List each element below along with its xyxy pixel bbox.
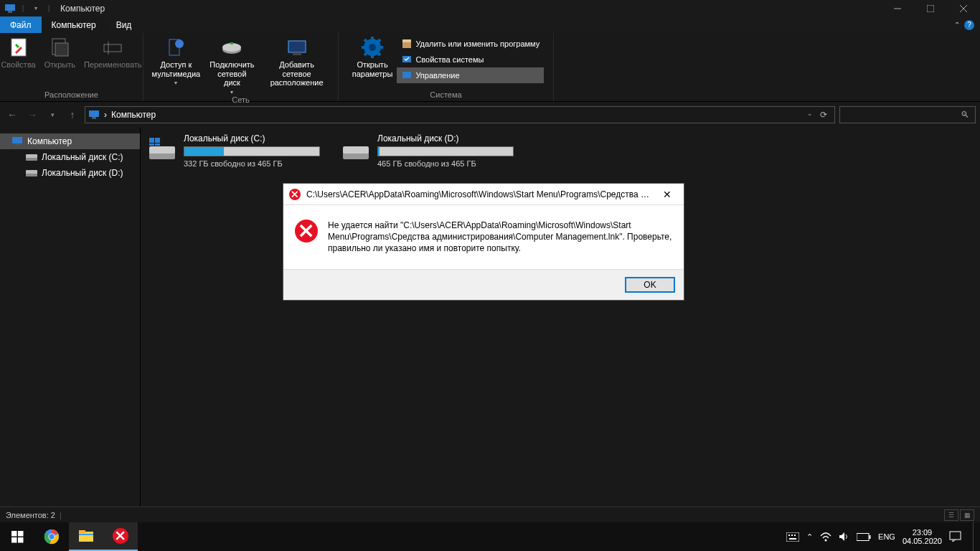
svg-point-61 [49, 534, 54, 539]
sidebar-label: Локальный диск (D:) [42, 168, 123, 178]
dialog-message: Не удается найти "C:\Users\ACER\AppData\… [328, 220, 672, 255]
taskbar-error[interactable] [103, 522, 138, 551]
error-icon [289, 189, 301, 200]
svg-rect-43 [149, 146, 175, 154]
svg-rect-8 [55, 43, 68, 56]
show-desktop[interactable] [973, 522, 977, 551]
svg-line-28 [364, 52, 367, 55]
svg-rect-35 [92, 117, 96, 119]
box-icon [401, 38, 413, 50]
chevron-down-icon: ▾ [174, 80, 177, 86]
open-button[interactable]: Открыть [40, 33, 80, 70]
status-items: Элементов: 2 [6, 511, 55, 519]
svg-rect-57 [18, 537, 24, 543]
drive-item[interactable]: Локальный диск (C:) 332 ГБ свободно из 4… [148, 133, 320, 168]
search-input[interactable]: 🔍︎ [839, 106, 976, 123]
ribbon-collapse-icon[interactable]: ⌃ [954, 21, 960, 29]
address-bar[interactable]: › Компьютер ⌄ ⟳ [85, 106, 835, 123]
svg-rect-9 [104, 44, 121, 52]
group-network-label: Сеть [232, 95, 249, 105]
dropdown-icon[interactable]: ⌄ [807, 110, 813, 120]
sidebar-label: Компьютер [27, 136, 72, 146]
svg-rect-18 [293, 52, 301, 55]
open-settings-button[interactable]: Открыть параметры [348, 33, 397, 78]
chevron-right-icon[interactable]: › [104, 110, 107, 120]
help-icon[interactable]: ? [964, 20, 974, 30]
drive-icon-large [148, 133, 176, 162]
map-drive-button[interactable]: Подключить сетевой диск ▾ [204, 33, 260, 95]
tray-notifications-icon[interactable] [949, 531, 961, 542]
taskbar-explorer[interactable] [69, 522, 103, 551]
tray-clock[interactable]: 23:09 04.05.2020 [903, 528, 942, 545]
svg-rect-70 [794, 534, 796, 536]
uninstall-label: Удалить или изменить программу [415, 39, 540, 48]
tab-computer[interactable]: Компьютер [42, 17, 106, 33]
sidebar-item-disk-c[interactable]: Локальный диск (C:) [0, 149, 140, 165]
drive-icon [26, 151, 37, 163]
minimize-button[interactable] [881, 0, 914, 17]
add-location-button[interactable]: Добавить сетевое расположение [260, 33, 334, 88]
svg-rect-75 [950, 532, 961, 540]
svg-rect-55 [18, 531, 24, 537]
monitor-check-icon [401, 54, 413, 65]
map-drive-label: Подключить сетевой диск [209, 60, 255, 88]
drive-info: 332 ГБ свободно из 465 ГБ [184, 159, 320, 168]
svg-line-25 [364, 39, 367, 42]
group-location-label: Расположение [44, 90, 98, 101]
start-button[interactable] [0, 522, 34, 551]
view-large-icon[interactable]: ▦ [960, 509, 974, 521]
svg-rect-69 [791, 534, 793, 536]
breadcrumb-root[interactable]: Компьютер [111, 110, 156, 120]
svg-point-12 [175, 39, 184, 48]
manage-button[interactable]: Управление [397, 67, 544, 83]
qat-dropdown-icon[interactable]: ▾ [30, 3, 42, 14]
separator: | [55, 511, 66, 519]
forward-button[interactable]: → [24, 109, 40, 121]
svg-rect-64 [79, 534, 93, 535]
uninstall-button[interactable]: Удалить или изменить программу [397, 36, 544, 52]
media-access-button[interactable]: Доступ к мультимедиа ▾ [148, 33, 204, 86]
maximize-button[interactable] [914, 0, 947, 17]
view-details-icon[interactable]: ☰ [944, 509, 958, 521]
back-button[interactable]: ← [4, 109, 20, 121]
tab-view[interactable]: Вид [106, 17, 142, 33]
taskbar-chrome[interactable] [34, 522, 69, 551]
svg-rect-56 [11, 537, 17, 543]
tab-file[interactable]: Файл [0, 17, 42, 33]
properties-button[interactable]: Свойства [0, 33, 40, 70]
capacity-bar [377, 146, 514, 156]
ok-button[interactable]: OK [625, 277, 675, 293]
recent-dropdown[interactable]: ▾ [44, 111, 60, 118]
tray-lang[interactable]: ENG [878, 532, 895, 541]
drive-icon [26, 167, 37, 179]
tray-volume-icon[interactable] [839, 532, 849, 542]
error-dialog: C:\Users\ACER\AppData\Roaming\Microsoft\… [283, 184, 684, 300]
ribbon-tabs: Файл Компьютер Вид ⌃ ? [0, 17, 980, 33]
tray-wifi-icon[interactable] [820, 532, 831, 542]
rename-label: Переименовать [84, 60, 142, 70]
svg-rect-36 [12, 137, 22, 143]
sidebar-item-computer[interactable]: Компьютер [0, 133, 140, 149]
group-system-label: Система [430, 90, 461, 101]
qat-separator: | [17, 3, 29, 14]
svg-point-72 [825, 540, 827, 542]
system-properties-button[interactable]: Свойства системы [397, 52, 544, 67]
up-button[interactable]: ↑ [65, 109, 80, 121]
rename-button[interactable]: Переименовать [80, 33, 146, 70]
dialog-close-button[interactable]: ✕ [656, 189, 678, 200]
sidebar-item-disk-d[interactable]: Локальный диск (D:) [0, 165, 140, 181]
tray-time: 23:09 [903, 528, 942, 537]
svg-rect-67 [786, 532, 799, 542]
tray-keyboard-icon[interactable] [786, 532, 799, 542]
drive-item[interactable]: Локальный диск (D:) 465 ГБ свободно из 4… [341, 133, 514, 168]
svg-rect-41 [26, 170, 37, 174]
tray-overflow-icon[interactable]: ⌃ [806, 532, 813, 542]
tray-date: 04.05.2020 [903, 537, 942, 545]
capacity-bar [184, 146, 320, 156]
refresh-icon[interactable]: ⟳ [820, 110, 827, 120]
drive-name: Локальный диск (D:) [377, 133, 514, 143]
tray-battery-icon[interactable] [857, 533, 871, 541]
sidebar: Компьютер Локальный диск (C:) Локальный … [0, 128, 141, 528]
window-title: Компьютер [55, 4, 105, 14]
close-button[interactable] [947, 0, 980, 17]
